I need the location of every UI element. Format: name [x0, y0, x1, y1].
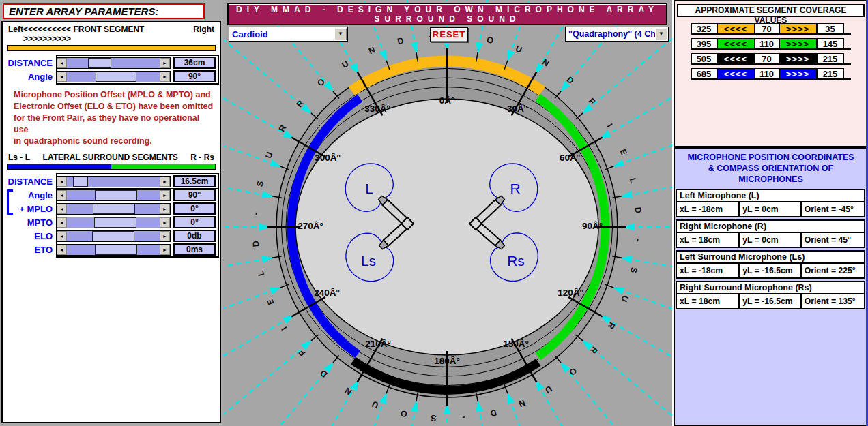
slider-track[interactable]	[67, 231, 160, 241]
panel-title: ENTER ARRAY PARAMETERS:	[3, 3, 205, 19]
slider-thumb[interactable]	[96, 72, 136, 82]
parameters-panel: ENTER ARRAY PARAMETERS: Left <<<<<<<<<< …	[0, 0, 223, 426]
slider-track[interactable]	[67, 58, 160, 68]
lateral-segment-color-bar	[7, 164, 216, 170]
coverage-end: 215	[817, 68, 844, 78]
coverage-start: 685	[691, 68, 717, 78]
svg-text:150Â°: 150Â°	[503, 339, 529, 349]
slider-right-arrow[interactable]: ►	[160, 190, 170, 200]
slider-track[interactable]	[67, 72, 160, 82]
right-arrows-icon: >>>>	[779, 23, 817, 33]
lateral-distance-label: DISTANCE	[4, 177, 56, 187]
lateral-bar-right-fill	[111, 164, 215, 169]
slider-left-arrow[interactable]: ◄	[57, 231, 67, 241]
mic-y: yL = -16.5cm	[740, 293, 801, 309]
svg-text:30Â°: 30Â°	[507, 104, 527, 114]
slider-right-arrow[interactable]: ►	[160, 245, 170, 255]
front-distance-value: 36cm	[173, 57, 216, 69]
lateral-elo-label: ELO	[4, 231, 56, 241]
front-angle-row: Angle ◄ ► 90°	[3, 70, 220, 83]
soundfield-diagram-area: SOUNDFIELD-SURROUND-SOUNDFIELD-SURROUND-…	[223, 0, 672, 426]
parameters-box: Left <<<<<<<<<< FRONT SEGMENT >>>>>>>>>>…	[1, 21, 221, 423]
slider-thumb[interactable]	[93, 204, 135, 214]
lateral-mpto-slider[interactable]: ◄ ►	[56, 217, 171, 228]
channels-dropdown[interactable]: "Quadraphony" (4 Channels ▼	[565, 27, 669, 42]
front-distance-label: DISTANCE	[4, 58, 56, 68]
svg-text:0Â°: 0Â°	[439, 95, 455, 106]
slider-left-arrow[interactable]: ◄	[57, 58, 67, 68]
slider-thumb[interactable]	[95, 190, 137, 200]
coverage-row: 505 <<<< 70 >>>> 215	[691, 53, 851, 65]
slider-thumb[interactable]	[94, 217, 136, 228]
right-arrows-icon: >>>>	[779, 68, 817, 78]
chevron-down-icon[interactable]: ▼	[655, 28, 667, 40]
mic-group-left-surround: Left Surround Microphone (Ls) xL = -18cm…	[676, 250, 865, 279]
coverage-start: 505	[691, 53, 717, 63]
lateral-elo-slider[interactable]: ◄ ►	[56, 230, 171, 242]
lateral-eto-label: ETO	[4, 245, 56, 255]
svg-text:60Â°: 60Â°	[560, 153, 580, 163]
coverage-end: 35	[817, 23, 844, 33]
front-distance-row: DISTANCE ◄ ► 36cm	[3, 56, 220, 70]
slider-left-arrow[interactable]: ◄	[57, 217, 67, 228]
lateral-mplo-value: 0°	[173, 202, 216, 215]
slider-left-arrow[interactable]: ◄	[57, 190, 67, 200]
slider-thumb[interactable]	[88, 58, 111, 68]
lateral-distance-value: 16.5cm	[173, 175, 216, 187]
lateral-distance-slider[interactable]: ◄ ►	[56, 176, 171, 187]
slider-right-arrow[interactable]: ►	[160, 231, 170, 241]
slider-thumb[interactable]	[92, 231, 134, 241]
slider-track[interactable]	[67, 177, 160, 187]
lateral-mplo-slider[interactable]: ◄ ►	[56, 203, 171, 215]
slider-right-arrow[interactable]: ►	[160, 204, 170, 214]
slider-left-arrow[interactable]: ◄	[57, 72, 67, 82]
slider-left-arrow[interactable]: ◄	[57, 245, 67, 255]
slider-right-arrow[interactable]: ►	[160, 177, 170, 187]
front-header-left: Left	[8, 25, 23, 44]
mic-position-table: Left Microphone (L) xL = -18cm yL = 0cm …	[676, 189, 865, 309]
left-arrows-icon: <<<<	[717, 23, 755, 33]
lateral-mpto-value: 0°	[173, 216, 216, 228]
coverage-end: 215	[817, 53, 844, 63]
svg-text:330Â°: 330Â°	[364, 104, 390, 114]
slider-track[interactable]	[67, 190, 160, 200]
slider-right-arrow[interactable]: ►	[160, 217, 170, 228]
mic-y: yL = -16.5cm	[740, 262, 801, 279]
mic-header: Left Surround Microphone (Ls)	[676, 250, 865, 262]
app-title-line2: SURROUND SOUND	[229, 14, 666, 24]
coverage-panel-title: APPROXIMATE SEGMENT COVERAGE VALUES	[677, 4, 865, 17]
svg-text:180Â°: 180Â°	[434, 356, 460, 366]
lateral-angle-row: Angle ◄ ► 90°	[3, 188, 220, 202]
slider-right-arrow[interactable]: ►	[160, 72, 170, 82]
lateral-angle-slider[interactable]: ◄ ►	[56, 189, 171, 201]
slider-thumb[interactable]	[95, 245, 137, 255]
front-angle-slider[interactable]: ◄ ►	[56, 71, 171, 82]
lateral-header-left: Ls - L	[8, 153, 30, 162]
svg-text:S: S	[431, 413, 437, 423]
svg-text:D: D	[251, 240, 261, 247]
slider-thumb[interactable]	[73, 177, 88, 187]
chevron-down-icon[interactable]: ▼	[334, 28, 347, 40]
reset-button[interactable]: RESET	[430, 27, 468, 42]
svg-text:L: L	[365, 181, 373, 196]
polar-pattern-dropdown[interactable]: Cardioid ▼	[229, 27, 348, 42]
lateral-slider-group: DISTANCE ◄ ► 16.5cm Angle ◄ ► 90° + MPLO	[3, 174, 220, 256]
lateral-bar-left-fill	[8, 164, 111, 169]
mic-x: xL = 18cm	[676, 232, 740, 248]
slider-left-arrow[interactable]: ◄	[57, 204, 67, 214]
front-distance-slider[interactable]: ◄ ►	[56, 57, 171, 69]
lateral-eto-slider[interactable]: ◄ ►	[56, 244, 171, 256]
coverage-panel: APPROXIMATE SEGMENT COVERAGE VALUES 325 …	[674, 0, 868, 147]
lateral-mpto-row: MPTO ◄ ► 0°	[3, 215, 220, 229]
slider-right-arrow[interactable]: ►	[160, 58, 170, 68]
mic-y: yL = 0cm	[740, 201, 801, 217]
slider-track[interactable]	[67, 245, 160, 255]
slider-track[interactable]	[67, 217, 160, 228]
front-segment-header: Left <<<<<<<<<< FRONT SEGMENT >>>>>>>>>>…	[3, 25, 220, 44]
slider-left-arrow[interactable]: ◄	[57, 177, 67, 187]
mic-position-panel: MICROPHONE POSITION COORDINATES & COMPAS…	[674, 147, 868, 426]
mic-x: xL = -18cm	[676, 262, 740, 279]
app-title-line1: DIY MMAD - DESIGN YOUR OWN MICROPHONE AR…	[229, 5, 666, 14]
svg-text:270Â°: 270Â°	[298, 221, 323, 231]
slider-track[interactable]	[67, 204, 160, 214]
